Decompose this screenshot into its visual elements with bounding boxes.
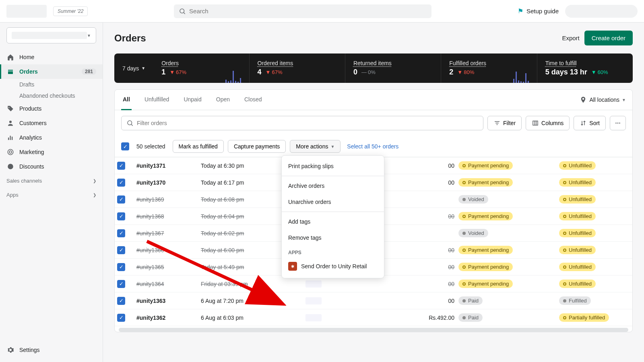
row-checkbox[interactable]: ✓: [117, 179, 125, 187]
order-id[interactable]: #unity1369: [136, 196, 201, 203]
filter-button[interactable]: Filter: [487, 116, 522, 130]
metric-orders[interactable]: Orders 1 ▼ 67%: [153, 53, 249, 83]
order-id[interactable]: #unity1366: [136, 247, 201, 253]
sidebar-item-marketing[interactable]: Marketing: [0, 145, 103, 159]
svg-rect-5: [12, 137, 12, 140]
metric-delta: ▼ 80%: [457, 69, 474, 75]
sidebar-section-apps[interactable]: Apps ❯: [0, 188, 103, 202]
account-menu[interactable]: [565, 5, 638, 18]
svg-line-10: [131, 124, 132, 125]
tab-all[interactable]: All: [121, 90, 132, 110]
sort-button[interactable]: Sort: [574, 116, 606, 130]
svg-point-17: [615, 123, 617, 124]
payment-status: Paid: [458, 313, 559, 322]
mark-fulfilled-button[interactable]: Mark as fulfilled: [173, 140, 224, 153]
more-actions-button[interactable]: More actions ▼: [290, 140, 341, 153]
metric-returned-items[interactable]: Returned items 0 — 0%: [345, 53, 441, 83]
order-id[interactable]: #unity1363: [136, 298, 201, 304]
dropdown-archive[interactable]: Archive orders: [282, 178, 384, 194]
tab-open[interactable]: Open: [215, 90, 231, 110]
sidebar-item-discounts[interactable]: Discounts: [0, 159, 103, 174]
filter-input[interactable]: [137, 120, 478, 126]
dropdown-print-slips[interactable]: Print packing slips: [282, 158, 384, 174]
row-checkbox[interactable]: ✓: [117, 246, 125, 254]
row-checkbox[interactable]: ✓: [117, 297, 125, 305]
horizontal-scrollbar[interactable]: [119, 328, 628, 332]
order-id[interactable]: #unity1365: [136, 264, 201, 270]
select-all-checkbox[interactable]: ✓: [121, 142, 129, 150]
metric-value: 4: [258, 68, 262, 76]
metric-period-selector[interactable]: 7 days ▼: [114, 53, 153, 83]
dropdown-unarchive[interactable]: Unarchive orders: [282, 194, 384, 210]
order-id[interactable]: #unity1370: [136, 179, 201, 186]
sidebar-item-label: Analytics: [19, 134, 42, 141]
customer-col: [305, 280, 394, 288]
tab-closed[interactable]: Closed: [243, 90, 264, 110]
search-icon: [179, 8, 186, 15]
row-checkbox[interactable]: ✓: [117, 229, 125, 237]
sidebar-item-settings[interactable]: Settings: [0, 343, 103, 357]
export-button[interactable]: Export: [562, 35, 579, 41]
row-checkbox[interactable]: ✓: [117, 280, 125, 288]
table-row[interactable]: ✓#unity13626 Aug at 6:03 pmRs.492.00Paid…: [115, 309, 632, 326]
tab-unpaid[interactable]: Unpaid: [182, 90, 203, 110]
dropdown-remove-tags[interactable]: Remove tags: [282, 230, 384, 246]
sidebar-section-sales-channels[interactable]: Sales channels ❯: [0, 174, 103, 188]
sidebar-item-products[interactable]: Products: [0, 101, 103, 116]
store-selector[interactable]: ▼: [6, 27, 96, 43]
sidebar-item-abandoned[interactable]: Abandoned checkouts: [0, 90, 103, 101]
order-id[interactable]: #unity1364: [136, 281, 201, 287]
sidebar-item-orders[interactable]: Orders 281: [0, 64, 103, 79]
order-total: 00: [394, 162, 458, 169]
row-checkbox[interactable]: ✓: [117, 195, 125, 204]
setup-guide-link[interactable]: ⚑ Setup guide: [518, 7, 559, 15]
payment-status: Voided: [458, 229, 559, 237]
row-checkbox[interactable]: ✓: [117, 263, 125, 271]
payment-status: Paid: [458, 296, 559, 305]
dropdown-add-tags[interactable]: Add tags: [282, 214, 384, 230]
home-icon: [6, 53, 14, 61]
sidebar-item-customers[interactable]: Customers: [0, 116, 103, 130]
order-id[interactable]: #unity1362: [136, 315, 201, 321]
selected-count: 50 selected: [133, 143, 169, 150]
columns-label: Columns: [541, 120, 564, 126]
row-checkbox[interactable]: ✓: [117, 162, 125, 170]
sparkline-icon: [513, 67, 529, 83]
more-actions-dropdown: Print packing slips Archive orders Unarc…: [281, 155, 384, 278]
columns-button[interactable]: Columns: [526, 116, 570, 130]
row-checkbox[interactable]: ✓: [117, 212, 125, 220]
more-button[interactable]: [610, 116, 626, 130]
select-all-link[interactable]: Select all 50+ orders: [345, 143, 398, 150]
locations-selector[interactable]: All locations ▼: [580, 96, 626, 103]
metric-value: 1: [161, 68, 165, 76]
svg-point-0: [180, 9, 184, 13]
order-total: 00: [394, 264, 458, 270]
payment-status: Voided: [458, 195, 559, 204]
svg-point-9: [128, 121, 132, 125]
metric-fulfilled-orders[interactable]: Fulfilled orders 2 ▼ 80%: [441, 53, 537, 83]
tab-unfulfilled[interactable]: Unfulfilled: [143, 90, 171, 110]
filter-input-wrap[interactable]: [121, 116, 483, 130]
order-id[interactable]: #unity1367: [136, 230, 201, 237]
table-row[interactable]: ✓#unity13636 Aug at 7:20 pm00PaidFulfill…: [115, 292, 632, 309]
metric-value: 5 days 13 hr: [545, 68, 587, 76]
metric-ordered-items[interactable]: Ordered items 4 ▼ 67%: [250, 53, 345, 83]
search-input[interactable]: [189, 8, 427, 14]
metric-label: Orders: [161, 60, 241, 66]
chevron-down-icon: ▼: [330, 144, 334, 149]
capture-payments-button[interactable]: Capture payments: [228, 140, 286, 153]
payment-status: Payment pending: [458, 178, 559, 187]
search-box[interactable]: [174, 4, 431, 18]
dropdown-send-unity[interactable]: ✱ Send Order to Unity Retail: [282, 257, 384, 276]
sidebar-item-home[interactable]: Home: [0, 50, 103, 64]
items-count: 4 item: [627, 281, 644, 287]
row-checkbox[interactable]: ✓: [117, 314, 125, 322]
sidebar-item-analytics[interactable]: Analytics: [0, 130, 103, 145]
chevron-right-icon: ❯: [93, 193, 96, 197]
order-id[interactable]: #unity1371: [136, 162, 201, 169]
order-id[interactable]: #unity1368: [136, 213, 201, 220]
create-order-button[interactable]: Create order: [584, 31, 633, 45]
metric-time-to-fulfill[interactable]: Time to fulfill 5 days 13 hr ▼ 60%: [537, 53, 633, 83]
sidebar-item-drafts[interactable]: Drafts: [0, 79, 103, 90]
svg-point-8: [8, 164, 13, 169]
